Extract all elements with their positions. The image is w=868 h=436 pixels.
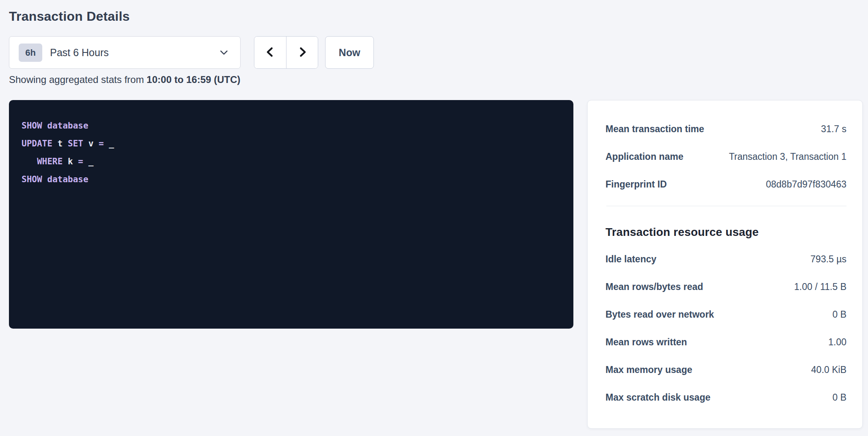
stat-row: Mean rows/bytes read1.00 / 11.5 B: [605, 281, 846, 293]
stat-value: 40.0 KiB: [811, 364, 846, 376]
stat-value: 1.00 / 11.5 B: [794, 281, 846, 293]
sql-token: database: [47, 174, 88, 184]
next-time-button[interactable]: [286, 37, 318, 68]
overview-stats: Mean transaction time31.7 sApplication n…: [605, 123, 846, 190]
stat-label: Mean transaction time: [605, 123, 704, 135]
stat-row: Fingerprint ID08d8b7d97f830463: [605, 178, 846, 190]
stat-value: 1.00: [828, 336, 846, 348]
resource-stats: Idle latency793.5 µsMean rows/bytes read…: [605, 253, 846, 403]
stat-value: 08d8b7d97f830463: [766, 178, 846, 190]
main-content: SHOW databaseUPDATE t SET v = _ WHERE k …: [9, 100, 868, 429]
chevron-right-icon: [296, 45, 308, 60]
time-range-label: Past 6 Hours: [50, 47, 109, 59]
prev-time-button[interactable]: [254, 37, 286, 68]
time-range-badge: 6h: [19, 44, 42, 62]
sql-token: =: [78, 157, 83, 166]
stat-label: Max memory usage: [605, 364, 692, 376]
stat-row: Mean transaction time31.7 s: [605, 123, 846, 135]
stat-value: 793.5 µs: [810, 253, 846, 265]
time-range-nav: [254, 36, 318, 69]
sql-line: UPDATE t SET v = _: [22, 135, 565, 153]
sql-token: WHERE: [37, 157, 63, 166]
stat-label: Bytes read over network: [605, 308, 714, 320]
now-button[interactable]: Now: [325, 36, 374, 69]
sql-line: SHOW database: [22, 170, 565, 188]
sql-token: [42, 121, 48, 131]
sql-token: SHOW: [22, 174, 42, 184]
sql-token: v: [83, 139, 99, 148]
time-range-summary: Showing aggregated stats from 10:00 to 1…: [9, 73, 868, 86]
time-range-dropdown[interactable]: 6h Past 6 Hours: [9, 36, 241, 69]
stat-label: Mean rows written: [605, 336, 687, 348]
sql-token: t: [52, 139, 68, 148]
sql-token: UPDATE: [22, 139, 52, 148]
summary-prefix: Showing aggregated stats from: [9, 74, 147, 85]
sql-statement-box: SHOW databaseUPDATE t SET v = _ WHERE k …: [9, 100, 573, 329]
resource-usage-heading: Transaction resource usage: [605, 225, 846, 239]
page-title: Transaction Details: [9, 9, 868, 23]
sql-token: k: [63, 157, 78, 166]
stat-label: Fingerprint ID: [605, 178, 667, 190]
stat-label: Application name: [605, 150, 684, 163]
divider: [606, 206, 846, 206]
sql-token: =: [99, 139, 104, 148]
stat-row: Max memory usage40.0 KiB: [605, 364, 846, 376]
sql-token: [42, 174, 48, 184]
stat-label: Mean rows/bytes read: [605, 281, 703, 293]
sql-token: SET: [68, 139, 83, 148]
stat-row: Max scratch disk usage0 B: [605, 391, 846, 403]
sql-line: WHERE k = _: [22, 153, 565, 170]
sql-token: database: [47, 121, 88, 131]
stat-row: Mean rows written1.00: [605, 336, 846, 348]
summary-range: 10:00 to 16:59 (UTC): [147, 74, 241, 85]
stat-row: Application nameTransaction 3, Transacti…: [605, 150, 846, 163]
sql-token: _: [104, 139, 114, 148]
stat-label: Idle latency: [605, 253, 656, 265]
sql-line: SHOW database: [22, 117, 565, 135]
stat-value: 31.7 s: [821, 123, 846, 135]
sql-token: SHOW: [22, 121, 42, 131]
time-picker-controls: 6h Past 6 Hours Now: [9, 36, 868, 69]
stat-row: Bytes read over network0 B: [605, 308, 846, 320]
sql-token: _: [83, 157, 93, 166]
stat-value: Transaction 3, Transaction 1: [729, 150, 846, 163]
stat-value: 0 B: [832, 308, 846, 320]
stat-label: Max scratch disk usage: [605, 391, 710, 403]
stat-value: 0 B: [832, 391, 846, 403]
sql-token: [22, 157, 37, 166]
chevron-down-icon: [218, 47, 230, 58]
chevron-left-icon: [264, 45, 276, 60]
transaction-details-page: Transaction Details 6h Past 6 Hours Now …: [0, 0, 868, 429]
stat-row: Idle latency793.5 µs: [605, 253, 846, 265]
transaction-stats-card: Mean transaction time31.7 sApplication n…: [587, 100, 863, 429]
